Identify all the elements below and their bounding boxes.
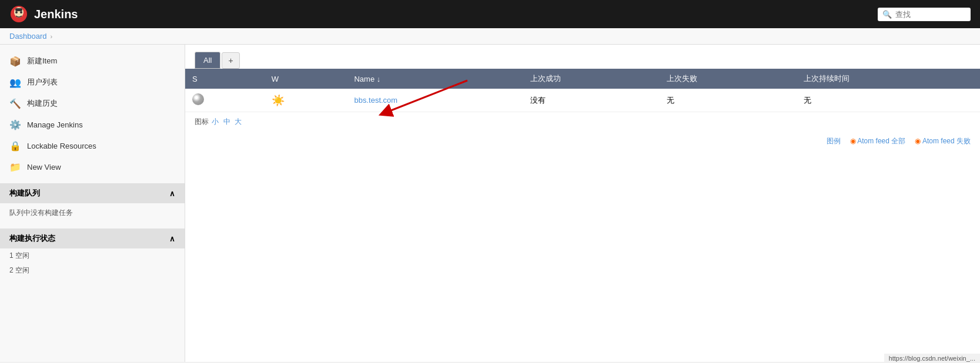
build-executor-title: 构建执行状态 bbox=[9, 233, 55, 244]
tab-all[interactable]: All bbox=[195, 52, 220, 69]
search-input[interactable] bbox=[895, 10, 966, 19]
tab-add-button[interactable]: + bbox=[222, 52, 239, 69]
breadcrumb: Dashboard › bbox=[0, 28, 980, 45]
job-weather-cell: ☀️ bbox=[265, 89, 347, 112]
icon-size-medium[interactable]: 中 bbox=[223, 117, 230, 126]
job-last-fail-cell: 无 bbox=[660, 89, 797, 112]
table-row: ☀️ bbs.test.com 没有 无 无 bbox=[185, 89, 980, 112]
icon-size-selector: 图标 小 中 大 bbox=[185, 112, 980, 132]
sidebar-item-new-item-label: 新建Item bbox=[27, 56, 57, 66]
legend-link[interactable]: 图例 bbox=[827, 136, 841, 146]
col-w-header: W bbox=[265, 69, 347, 89]
job-status-cell bbox=[185, 89, 265, 112]
jobs-table: S W Name ↓ 上次成功 上次失败 上次持续时间 ☀️ bbox=[185, 69, 980, 112]
sidebar-item-build-history[interactable]: 🔨 构建历史 bbox=[0, 93, 185, 114]
sidebar: 📦 新建Item 👥 用户列表 🔨 构建历史 ⚙️ Manage Jenkins… bbox=[0, 45, 185, 362]
build-queue-collapse-icon[interactable]: ∧ bbox=[169, 189, 175, 198]
lockable-resources-icon: 🔒 bbox=[9, 140, 21, 152]
main-content: All + S W Name ↓ bbox=[185, 45, 980, 362]
col-last-duration-header: 上次持续时间 bbox=[797, 69, 980, 89]
breadcrumb-dashboard[interactable]: Dashboard bbox=[9, 32, 47, 41]
icon-size-small[interactable]: 小 bbox=[212, 117, 219, 126]
job-link[interactable]: bbs.test.com bbox=[354, 96, 397, 105]
search-icon: 🔍 bbox=[882, 10, 892, 19]
rss-icon: ◉ bbox=[850, 137, 856, 145]
col-name-header[interactable]: Name ↓ bbox=[347, 69, 523, 89]
search-box[interactable]: 🔍 bbox=[878, 8, 971, 21]
app-title: Jenkins bbox=[34, 8, 78, 21]
build-executor-item-1: 1 空闲 bbox=[0, 248, 185, 263]
sidebar-item-new-item[interactable]: 📦 新建Item bbox=[0, 51, 185, 72]
build-queue-empty: 队列中没有构建任务 bbox=[9, 209, 73, 217]
atom-feed-all-link[interactable]: ◉ Atom feed 全部 bbox=[850, 136, 906, 146]
atom-feed-fail-link[interactable]: ◉ Atom feed 失败 bbox=[915, 136, 971, 146]
col-s-header: S bbox=[185, 69, 265, 89]
layout: 📦 新建Item 👥 用户列表 🔨 构建历史 ⚙️ Manage Jenkins… bbox=[0, 45, 980, 362]
svg-point-3 bbox=[20, 11, 22, 14]
col-last-fail-header: 上次失败 bbox=[660, 69, 797, 89]
new-item-icon: 📦 bbox=[9, 55, 21, 67]
svg-rect-4 bbox=[15, 8, 22, 11]
sidebar-item-manage-jenkins-label: Manage Jenkins bbox=[27, 120, 83, 129]
header: Jenkins 🔍 bbox=[0, 0, 980, 28]
table-header-row: S W Name ↓ 上次成功 上次失败 上次持续时间 bbox=[185, 69, 980, 89]
table-container: S W Name ↓ 上次成功 上次失败 上次持续时间 ☀️ bbox=[185, 69, 980, 112]
build-executor-item-2: 2 空闲 bbox=[0, 263, 185, 278]
sidebar-item-build-history-label: 构建历史 bbox=[27, 98, 58, 109]
sidebar-item-new-view[interactable]: 📁 New View bbox=[0, 156, 185, 177]
sidebar-item-user-list-label: 用户列表 bbox=[27, 77, 58, 88]
sidebar-item-lockable-resources[interactable]: 🔒 Lockable Resources bbox=[0, 135, 185, 156]
build-executor-section: 构建执行状态 ∧ bbox=[0, 228, 185, 248]
breadcrumb-chevron-icon: › bbox=[51, 33, 53, 40]
col-last-success-header: 上次成功 bbox=[523, 69, 660, 89]
footer-links: 图例 ◉ Atom feed 全部 ◉ Atom feed 失败 bbox=[185, 132, 980, 151]
sidebar-item-manage-jenkins[interactable]: ⚙️ Manage Jenkins bbox=[0, 114, 185, 135]
status-ball-icon bbox=[192, 93, 204, 105]
rss-fail-icon: ◉ bbox=[915, 137, 921, 145]
sidebar-item-user-list[interactable]: 👥 用户列表 bbox=[0, 72, 185, 93]
job-last-success-cell: 没有 bbox=[523, 89, 660, 112]
user-list-icon: 👥 bbox=[9, 76, 21, 88]
build-queue-title: 构建队列 bbox=[9, 188, 40, 199]
svg-point-2 bbox=[15, 11, 18, 14]
tabs-bar: All + bbox=[185, 45, 980, 69]
icon-size-large[interactable]: 大 bbox=[235, 117, 242, 126]
icon-size-label: 图标 bbox=[195, 117, 209, 126]
header-left: Jenkins bbox=[9, 5, 78, 23]
jenkins-logo-icon bbox=[9, 5, 28, 23]
new-view-icon: 📁 bbox=[9, 161, 21, 173]
job-last-duration-cell: 无 bbox=[797, 89, 980, 112]
sidebar-item-lockable-resources-label: Lockable Resources bbox=[27, 142, 96, 150]
build-queue-section: 构建队列 ∧ bbox=[0, 183, 185, 203]
manage-jenkins-icon: ⚙️ bbox=[9, 119, 21, 130]
build-executor-collapse-icon[interactable]: ∧ bbox=[169, 234, 175, 243]
job-name-cell: bbs.test.com bbox=[347, 89, 523, 112]
build-history-icon: 🔨 bbox=[9, 98, 21, 109]
weather-sun-icon: ☀️ bbox=[272, 95, 285, 106]
url-bar: https://blog.csdn.net/weixin_... bbox=[884, 354, 980, 362]
sidebar-item-new-view-label: New View bbox=[27, 163, 61, 172]
build-queue-content: 队列中没有构建任务 bbox=[0, 203, 185, 223]
